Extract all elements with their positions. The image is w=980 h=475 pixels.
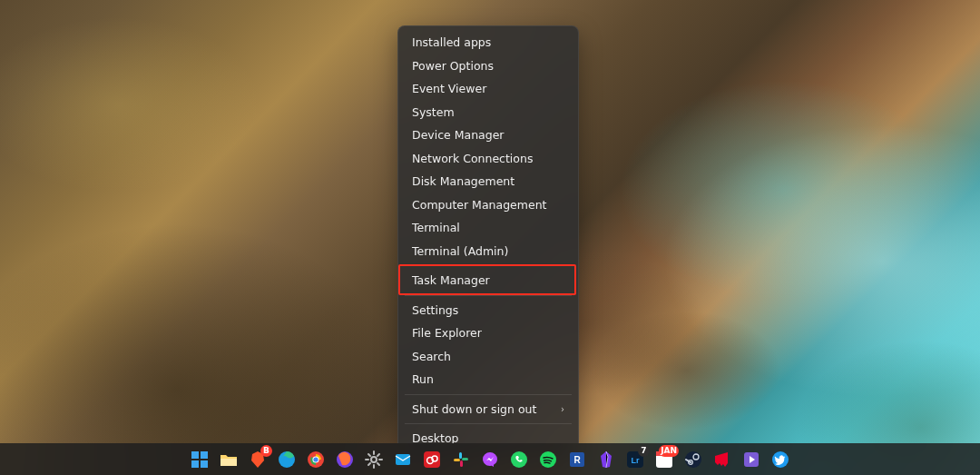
menu-item-device-manager[interactable]: Device Manager xyxy=(403,124,573,147)
svg-point-19 xyxy=(511,451,527,468)
menu-item-shut-down-or-sign-out[interactable]: Shut down or sign out› xyxy=(403,398,573,421)
menu-item-label: Search xyxy=(412,350,451,363)
twitter-icon[interactable] xyxy=(769,448,792,471)
lightroom-icon[interactable]: Lr7 xyxy=(623,448,647,471)
menu-item-label: Run xyxy=(412,372,434,386)
menu-item-label: Installed apps xyxy=(412,35,491,49)
steam-icon[interactable] xyxy=(681,448,705,471)
firefox-icon[interactable] xyxy=(333,448,357,471)
svg-rect-0 xyxy=(191,451,199,459)
whatsapp-icon[interactable] xyxy=(507,448,531,471)
menu-item-installed-apps[interactable]: Installed apps xyxy=(403,31,573,54)
menu-item-label: Power Options xyxy=(412,59,494,73)
menu-item-label: Device Manager xyxy=(412,128,505,142)
badge: B xyxy=(260,445,272,457)
menu-item-computer-management[interactable]: Computer Management xyxy=(403,193,573,217)
menu-separator xyxy=(405,295,572,296)
brave-icon[interactable]: B xyxy=(246,448,270,471)
menu-item-label: System xyxy=(412,105,455,119)
svg-rect-3 xyxy=(201,460,208,468)
svg-text:Lr: Lr xyxy=(632,456,640,465)
menu-item-task-manager[interactable]: Task Manager xyxy=(403,269,573,292)
taskbar: BRLr7JAN xyxy=(0,443,980,475)
menu-item-search[interactable]: Search xyxy=(403,345,573,369)
menu-separator xyxy=(405,423,572,424)
svg-rect-17 xyxy=(460,460,463,467)
menu-item-label: Shut down or sign out xyxy=(412,402,536,416)
svg-rect-1 xyxy=(201,451,208,459)
menu-item-disk-management[interactable]: Disk Management xyxy=(403,170,573,193)
menu-item-event-viewer[interactable]: Event Viewer xyxy=(403,77,573,101)
badge: JAN xyxy=(659,445,679,457)
menu-item-run[interactable]: Run xyxy=(403,368,573,391)
badge: 7 xyxy=(638,445,650,457)
svg-rect-18 xyxy=(462,458,468,460)
svg-point-8 xyxy=(313,457,318,461)
menu-item-label: Terminal (Admin) xyxy=(412,244,508,258)
menu-item-label: Settings xyxy=(412,303,458,317)
svg-rect-16 xyxy=(454,459,460,461)
menu-item-settings[interactable]: Settings xyxy=(403,299,573,322)
menu-item-label: Network Connections xyxy=(412,152,533,165)
settings-icon[interactable] xyxy=(362,448,386,471)
start-icon[interactable] xyxy=(188,448,211,471)
slack-icon[interactable] xyxy=(449,448,473,471)
menu-item-label: File Explorer xyxy=(412,326,482,340)
chevron-right-icon: › xyxy=(561,404,564,414)
menu-item-label: Event Viewer xyxy=(412,82,486,95)
menu-separator xyxy=(405,394,572,395)
jan-icon[interactable]: JAN xyxy=(652,448,676,471)
messenger-icon[interactable] xyxy=(478,448,502,471)
menu-item-label: Disk Management xyxy=(412,174,514,188)
stremio-icon[interactable] xyxy=(740,448,763,471)
mail-icon[interactable] xyxy=(391,448,415,471)
menu-item-label: Task Manager xyxy=(412,273,490,287)
svg-rect-2 xyxy=(191,460,199,468)
menu-item-terminal[interactable]: Terminal xyxy=(403,216,573,240)
svg-point-10 xyxy=(371,457,377,462)
svg-text:R: R xyxy=(573,455,581,465)
menu-item-terminal-admin[interactable]: Terminal (Admin) xyxy=(403,240,573,263)
menu-item-system[interactable]: System xyxy=(403,101,573,124)
adobe-cc-icon[interactable] xyxy=(420,448,444,471)
menu-item-network-connections[interactable]: Network Connections xyxy=(403,147,573,171)
revit-icon[interactable]: R xyxy=(565,448,589,471)
riot-icon[interactable] xyxy=(710,448,734,471)
svg-rect-11 xyxy=(396,454,410,465)
svg-rect-15 xyxy=(459,452,462,459)
svg-point-20 xyxy=(540,451,556,468)
menu-item-power-options[interactable]: Power Options xyxy=(403,54,573,78)
file-explorer-icon[interactable] xyxy=(217,448,240,471)
spotify-icon[interactable] xyxy=(536,448,560,471)
obsidian-icon[interactable] xyxy=(594,448,618,471)
menu-item-label: Computer Management xyxy=(412,198,546,212)
menu-item-label: Terminal xyxy=(412,221,460,234)
winx-context-menu: Installed appsPower OptionsEvent ViewerS… xyxy=(397,25,579,456)
menu-separator xyxy=(405,265,572,266)
menu-item-file-explorer[interactable]: File Explorer xyxy=(403,322,573,345)
edge-icon[interactable] xyxy=(275,448,299,471)
chrome-icon[interactable] xyxy=(304,448,328,471)
svg-rect-4 xyxy=(220,459,237,466)
